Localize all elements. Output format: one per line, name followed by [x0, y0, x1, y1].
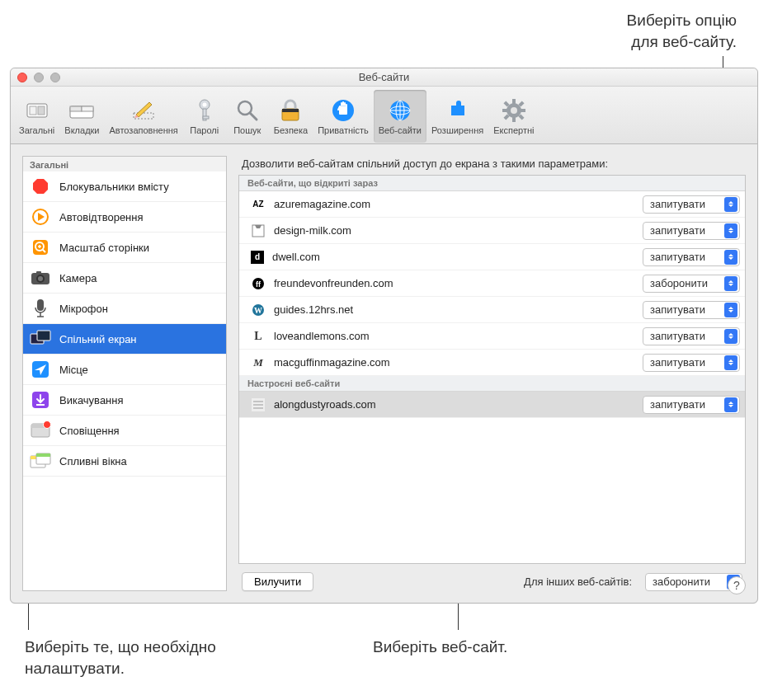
updown-arrows-icon — [724, 303, 737, 317]
sidebar-item-label: Камера — [59, 272, 97, 284]
tab-label: Розширення — [431, 125, 483, 135]
updown-arrows-icon — [724, 397, 737, 412]
svg-rect-25 — [502, 109, 507, 112]
popup-value: запитувати — [650, 251, 724, 263]
sidebar-item-label: Сповіщення — [59, 425, 120, 437]
tab-search[interactable]: Пошук — [226, 90, 269, 143]
updown-arrows-icon — [724, 329, 737, 344]
badge-icon — [43, 420, 51, 429]
tab-label: Паролі — [190, 125, 219, 135]
favicon-icon — [251, 397, 266, 412]
sidebar-item-downloads[interactable]: Викачування — [23, 385, 226, 416]
sidebar-item-notifications[interactable]: Сповіщення — [23, 416, 226, 446]
callout-text: Виберіть те, що необхідно — [25, 637, 216, 658]
tab-privacy[interactable]: Приватність — [313, 90, 374, 143]
svg-rect-1 — [30, 106, 36, 115]
tab-security[interactable]: Безпека — [269, 90, 313, 143]
favicon-icon: d — [251, 251, 264, 264]
updown-arrows-icon — [724, 197, 737, 212]
sidebar-item-content-blockers[interactable]: Блокувальники вмісту — [23, 171, 226, 202]
site-domain: azuremagazine.com — [274, 198, 643, 210]
svg-rect-24 — [512, 117, 516, 122]
site-row[interactable]: d dwell.com запитувати — [239, 244, 745, 270]
svg-rect-43 — [37, 299, 44, 311]
permission-popup[interactable]: запитувати — [643, 327, 740, 345]
remove-button[interactable]: Вилучити — [242, 572, 313, 591]
main-panel: Дозволити веб-сайтам спільний доступ до … — [238, 156, 746, 591]
site-row[interactable]: W guides.12hrs.net запитувати — [239, 297, 745, 323]
help-button[interactable]: ? — [728, 576, 746, 594]
svg-point-41 — [38, 276, 43, 281]
popups-icon — [30, 452, 51, 470]
help-label: ? — [733, 579, 740, 592]
favicon-icon: L — [251, 329, 266, 344]
site-row[interactable]: L loveandlemons.com запитувати — [239, 323, 745, 350]
popup-value: запитувати — [650, 330, 724, 342]
callout-text: налаштувати. — [25, 658, 216, 679]
popup-value: запитувати — [650, 356, 724, 369]
sidebar-item-camera[interactable]: Камера — [23, 263, 226, 294]
sidebar-item-label: Спільний екран — [59, 333, 137, 345]
tab-label: Безпека — [274, 125, 308, 135]
svg-text:ff: ff — [256, 280, 261, 289]
site-row[interactable]: design-milk.com запитувати — [239, 218, 745, 244]
tab-label: Загальні — [19, 125, 54, 135]
site-domain: design-milk.com — [274, 224, 643, 237]
svg-rect-26 — [521, 109, 525, 112]
permission-popup[interactable]: запитувати — [643, 195, 740, 214]
site-domain: guides.12hrs.net — [274, 303, 643, 316]
favicon-icon: M — [251, 355, 266, 370]
zoom-icon — [30, 238, 51, 256]
site-row[interactable]: M macguffinmagazine.com запитувати — [239, 350, 745, 376]
popup-value: запитувати — [650, 303, 724, 316]
tab-extensions[interactable]: Розширення — [426, 90, 488, 143]
popup-value: заборонити — [650, 277, 724, 289]
globe-icon — [387, 97, 413, 124]
site-row[interactable]: ff freundevonfreunden.com заборонити — [239, 270, 745, 297]
screens-icon — [30, 330, 51, 348]
popup-value: запитувати — [650, 198, 724, 210]
svg-rect-10 — [203, 116, 209, 119]
permission-popup[interactable]: запитувати — [643, 396, 740, 414]
camera-icon — [30, 269, 51, 287]
sidebar-item-autoplay[interactable]: Автовідтворення — [23, 202, 226, 233]
svg-rect-5 — [82, 106, 93, 111]
callout-bottom-left: Виберіть те, що необхідно налаштувати. — [25, 637, 216, 679]
tab-websites[interactable]: Веб-сайти — [374, 90, 426, 143]
sidebar-item-label: Викачування — [59, 394, 124, 406]
permission-popup[interactable]: запитувати — [643, 222, 740, 240]
tab-tabs[interactable]: Вкладки — [59, 90, 104, 143]
permission-popup[interactable]: запитувати — [643, 248, 740, 266]
callout-text: Виберіть веб-сайт. — [373, 638, 507, 655]
sidebar-item-microphone[interactable]: Мікрофон — [23, 294, 226, 324]
tab-passwords[interactable]: Паролі — [183, 90, 226, 143]
sidebar-item-location[interactable]: Місце — [23, 355, 226, 385]
favicon-icon: AZ — [251, 197, 266, 212]
site-row[interactable]: alongdustyroads.com запитувати — [239, 392, 745, 418]
titlebar: Веб-сайти — [11, 68, 757, 87]
download-icon — [30, 391, 51, 409]
section-header-open: Веб-сайти, що відкриті зараз — [239, 176, 745, 191]
tab-autofill[interactable]: Автозаповнення — [105, 90, 183, 143]
sidebar-item-page-zoom[interactable]: Масштаб сторінки — [23, 233, 226, 263]
updown-arrows-icon — [724, 276, 737, 291]
permission-popup[interactable]: запитувати — [643, 354, 740, 372]
permission-popup[interactable]: заборонити — [643, 275, 740, 293]
sidebar-item-screen-sharing[interactable]: Спільний екран — [23, 324, 226, 355]
sidebar-item-popups[interactable]: Спливні вікна — [23, 446, 226, 477]
tab-general[interactable]: Загальні — [14, 90, 59, 143]
svg-point-22 — [511, 107, 517, 114]
tab-label: Приватність — [318, 125, 369, 135]
svg-rect-23 — [512, 99, 516, 104]
site-row[interactable]: AZ azuremagazine.com запитувати — [239, 191, 745, 218]
site-domain: macguffinmagazine.com — [274, 356, 643, 369]
favicon-icon — [251, 223, 266, 238]
tab-label: Експертні — [493, 125, 534, 135]
permission-popup[interactable]: запитувати — [643, 301, 740, 319]
sidebar-item-label: Автовідтворення — [59, 211, 144, 223]
site-domain: dwell.com — [272, 251, 643, 263]
popup-value: запитувати — [650, 224, 724, 237]
stop-icon — [30, 177, 51, 195]
tab-advanced[interactable]: Експертні — [488, 90, 539, 143]
bottom-bar: Вилучити Для інших веб-сайтів: заборонит… — [238, 564, 746, 591]
